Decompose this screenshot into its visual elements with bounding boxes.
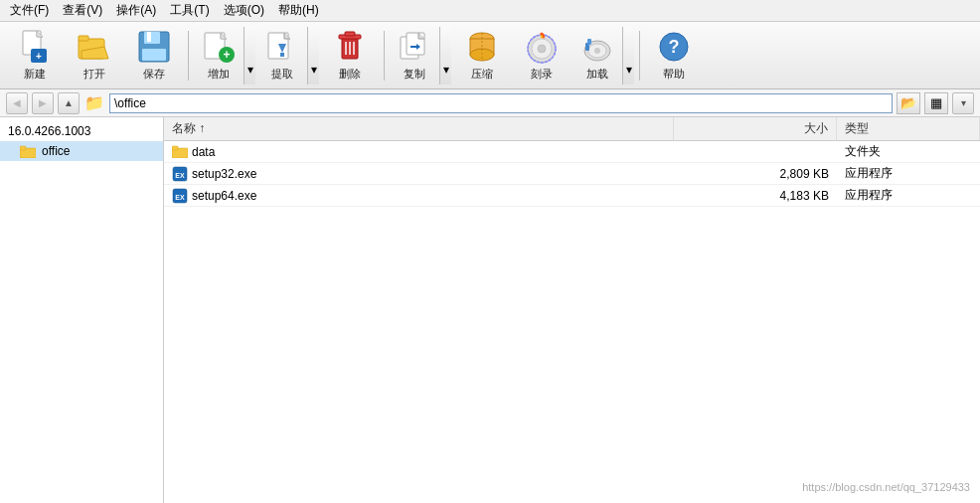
file-size: [674, 141, 837, 163]
save-button[interactable]: 保存: [125, 27, 183, 84]
view-arrow[interactable]: ▾: [952, 92, 974, 114]
file-type: 应用程序: [837, 185, 980, 207]
menu-bar: 文件(F) 查看(V) 操作(A) 工具(T) 选项(O) 帮助(H): [0, 0, 980, 22]
load-icon: [579, 29, 615, 65]
svg-text:EX: EX: [175, 172, 185, 179]
sep2: [384, 31, 385, 81]
file-size: 4,183 KB: [674, 185, 837, 207]
file-type: 应用程序: [837, 163, 980, 185]
grid-view-button[interactable]: ▦: [924, 92, 948, 114]
help-icon: ?: [656, 29, 692, 65]
main-area: 16.0.4266.1003 office 名称 ↑ 大小: [0, 117, 980, 503]
file-name: data: [192, 145, 215, 159]
col-name[interactable]: 名称 ↑: [164, 117, 674, 141]
compress-label: 压缩: [471, 67, 493, 82]
forward-button[interactable]: ▶: [32, 92, 54, 114]
col-size[interactable]: 大小: [674, 117, 837, 141]
add-label: 增加: [208, 67, 230, 82]
extract-button[interactable]: 提取: [257, 27, 307, 84]
compress-icon: [464, 29, 500, 65]
table-row[interactable]: EX setup32.exe2,809 KB应用程序: [164, 163, 980, 185]
add-button[interactable]: + 增加: [194, 27, 244, 84]
col-type-label: 类型: [845, 121, 869, 135]
load-button[interactable]: 加载: [572, 27, 622, 84]
menu-tools[interactable]: 工具(T): [164, 0, 215, 21]
extract-arrow[interactable]: ▾: [307, 27, 319, 84]
delete-label: 删除: [339, 67, 361, 82]
burn-button[interactable]: 刻录: [513, 27, 571, 84]
new-icon: +: [17, 29, 53, 65]
add-icon: +: [201, 29, 237, 65]
svg-point-35: [538, 45, 546, 53]
copy-label: 复制: [404, 67, 425, 82]
folder-view-button[interactable]: 📂: [897, 92, 920, 114]
svg-rect-8: [144, 32, 160, 44]
copy-arrow[interactable]: ▾: [439, 27, 451, 84]
file-list: 名称 ↑ 大小 类型 data文件夹 EX setup32.exe2,809 K…: [164, 117, 980, 207]
menu-help[interactable]: 帮助(H): [272, 0, 325, 21]
open-button[interactable]: 打开: [66, 27, 123, 84]
load-label: 加载: [586, 67, 608, 82]
table-row[interactable]: data文件夹: [164, 141, 980, 163]
extract-label: 提取: [271, 67, 293, 82]
folder-icon: 📁: [83, 92, 105, 114]
svg-rect-9: [147, 32, 151, 42]
tree-root[interactable]: 16.0.4266.1003: [0, 121, 163, 141]
tree-root-label: 16.0.4266.1003: [8, 124, 90, 138]
sep3: [639, 31, 640, 81]
tree-item-office[interactable]: office: [0, 141, 163, 161]
sep1: [188, 31, 189, 81]
left-panel: 16.0.4266.1003 office: [0, 117, 164, 503]
svg-rect-45: [20, 146, 26, 150]
help-button[interactable]: ? 帮助: [645, 27, 703, 84]
folder-icon-tree: [20, 145, 36, 158]
new-label: 新建: [24, 67, 46, 82]
svg-text:EX: EX: [175, 194, 185, 201]
extract-button-group: 提取 ▾: [257, 27, 319, 84]
menu-options[interactable]: 选项(O): [218, 0, 270, 21]
file-name: setup32.exe: [192, 167, 256, 181]
delete-button[interactable]: 删除: [321, 27, 379, 84]
save-icon: [136, 29, 172, 65]
svg-rect-18: [280, 53, 284, 57]
svg-rect-5: [79, 36, 88, 41]
col-type[interactable]: 类型: [837, 117, 980, 141]
load-arrow[interactable]: ▾: [622, 27, 634, 84]
burn-icon: [524, 29, 560, 65]
svg-rect-47: [172, 146, 178, 150]
table-row[interactable]: EX setup64.exe4,183 KB应用程序: [164, 185, 980, 207]
col-size-label: 大小: [804, 121, 828, 135]
svg-rect-10: [142, 49, 166, 61]
burn-label: 刻录: [531, 67, 553, 82]
up-button[interactable]: ▲: [58, 92, 80, 114]
delete-icon: [332, 29, 368, 65]
menu-file[interactable]: 文件(F): [4, 0, 55, 21]
svg-text:?: ?: [669, 37, 680, 57]
svg-text:+: +: [223, 48, 230, 62]
new-button[interactable]: + 新建: [6, 27, 64, 84]
address-input[interactable]: [109, 93, 893, 113]
svg-rect-41: [587, 39, 591, 45]
right-panel: 名称 ↑ 大小 类型 data文件夹 EX setup32.exe2,809 K…: [164, 117, 980, 503]
file-name: setup64.exe: [192, 189, 256, 203]
copy-icon: [397, 29, 432, 65]
svg-point-39: [594, 48, 600, 54]
add-arrow[interactable]: ▾: [244, 27, 255, 84]
help-label: 帮助: [663, 67, 685, 82]
save-label: 保存: [143, 67, 165, 82]
copy-button-group: 复制 ▾: [390, 27, 451, 84]
menu-action[interactable]: 操作(A): [110, 0, 162, 21]
svg-text:+: +: [36, 51, 42, 62]
copy-button[interactable]: 复制: [390, 27, 439, 84]
tree-item-office-label: office: [42, 144, 70, 158]
address-bar: ◀ ▶ ▲ 📁 📂 ▦ ▾: [0, 89, 980, 117]
col-name-label: 名称 ↑: [172, 121, 205, 135]
open-label: 打开: [83, 67, 105, 82]
back-button[interactable]: ◀: [6, 92, 28, 114]
extract-icon: [264, 29, 300, 65]
svg-rect-21: [345, 32, 355, 36]
compress-button[interactable]: 压缩: [453, 27, 511, 84]
open-icon: [77, 29, 112, 65]
menu-view[interactable]: 查看(V): [57, 0, 108, 21]
file-size: 2,809 KB: [674, 163, 837, 185]
